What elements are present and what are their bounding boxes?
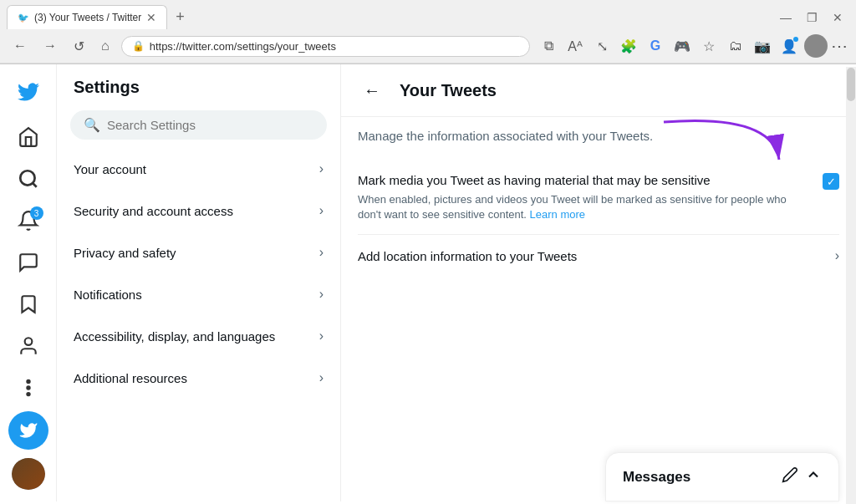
search-icon: 🔍 — [84, 117, 100, 133]
setting-label: Mark media you Tweet as having material … — [358, 171, 809, 189]
profile-avatar[interactable] — [804, 34, 828, 58]
url-display: https://twitter.com/settings/your_tweets — [150, 40, 336, 53]
search-input[interactable] — [107, 118, 313, 132]
messages-label: Messages — [623, 469, 690, 486]
search-box[interactable]: 🔍 — [70, 110, 327, 140]
nav-icons: ⧉ Aᴬ ⤡ 🧩 G 🎮 ☆ 🗂 📷 👤 ⋯ — [537, 34, 848, 58]
back-button[interactable]: ← — [8, 35, 32, 57]
chevron-right-icon: › — [319, 245, 324, 260]
address-bar[interactable]: 🔒 https://twitter.com/settings/your_twee… — [121, 36, 530, 57]
screenshot-icon[interactable]: 📷 — [751, 34, 774, 58]
content-body: Manage the information associated with y… — [341, 117, 856, 288]
nav-notifications-button[interactable]: 3 — [8, 201, 48, 240]
avatar-image — [12, 458, 45, 490]
back-page-button[interactable]: ← — [358, 76, 386, 104]
location-setting-row[interactable]: Add location information to your Tweets … — [358, 235, 839, 277]
close-window-button[interactable]: ✕ — [826, 9, 849, 26]
collections-icon[interactable]: 🗂 — [724, 34, 747, 58]
app-layout: 3 Settings 🔍 Your account › — [0, 64, 856, 501]
forward-button[interactable]: → — [38, 35, 62, 57]
chevron-right-icon: › — [319, 328, 324, 344]
chevron-right-icon: › — [319, 161, 324, 176]
tab-title: (3) Your Tweets / Twitter — [34, 12, 141, 23]
scrollbar-track[interactable] — [846, 67, 856, 504]
maximize-button[interactable]: ❐ — [800, 9, 824, 26]
setting-text: Mark media you Tweet as having material … — [358, 171, 809, 222]
reader-icon[interactable]: Aᴬ — [563, 34, 587, 58]
main-content: ← Your Tweets Manage the information ass… — [341, 64, 856, 501]
sidebar-item-label: Privacy and safety — [74, 246, 176, 260]
favorites-icon[interactable]: ☆ — [697, 34, 721, 58]
sidebar-item-additional[interactable]: Additional resources › — [57, 357, 340, 399]
setting-sublabel: When enabled, pictures and videos you Tw… — [358, 192, 809, 222]
chevron-right-icon: › — [835, 248, 839, 263]
chevron-right-icon: › — [319, 203, 324, 218]
sidebar-item-notifications[interactable]: Notifications › — [57, 273, 340, 315]
arrow-container: Mark media you Tweet as having material … — [358, 160, 839, 235]
nav-home-button[interactable] — [8, 118, 48, 156]
profile-extension-icon[interactable]: 👤 — [777, 34, 801, 58]
compose-button[interactable] — [8, 411, 48, 450]
nav-bar: ← → ↺ ⌂ 🔒 https://twitter.com/settings/y… — [0, 29, 856, 64]
browser-chrome: 🐦 (3) Your Tweets / Twitter ✕ + — ❐ ✕ ← … — [0, 0, 856, 64]
nav-messages-button[interactable] — [8, 243, 48, 282]
content-description: Manage the information associated with y… — [358, 129, 839, 143]
sidebar-item-label: Additional resources — [74, 371, 187, 385]
sidebar-item-accessibility[interactable]: Accessibility, display, and languages › — [57, 315, 340, 357]
new-tab-button[interactable]: + — [171, 7, 190, 28]
user-avatar-button[interactable] — [12, 458, 45, 490]
new-message-button[interactable] — [782, 466, 798, 487]
sensitive-media-checkbox[interactable]: ✓ — [823, 173, 839, 190]
nav-bookmarks-button[interactable] — [8, 285, 48, 323]
sidebar-item-label: Notifications — [74, 288, 142, 302]
window-controls: — ❐ ✕ — [773, 9, 849, 26]
svg-point-4 — [27, 387, 29, 389]
messages-widget: Messages — [605, 452, 839, 501]
svg-point-5 — [27, 393, 29, 395]
svg-point-2 — [24, 339, 32, 346]
chevron-right-icon: › — [319, 287, 324, 302]
close-tab-button[interactable]: ✕ — [146, 11, 156, 24]
extension-icon[interactable]: 🧩 — [617, 34, 640, 58]
nav-profile-button[interactable] — [8, 327, 48, 365]
svg-line-1 — [33, 183, 37, 187]
svg-point-0 — [20, 171, 34, 185]
active-tab[interactable]: 🐦 (3) Your Tweets / Twitter ✕ — [7, 5, 167, 29]
icon-nav: 3 — [0, 64, 57, 501]
learn-more-link[interactable]: Learn more — [530, 208, 585, 221]
sensitive-media-setting: Mark media you Tweet as having material … — [358, 160, 839, 235]
sidebar-item-label: Security and account access — [74, 204, 233, 218]
sidebar-item-your-account[interactable]: Your account › — [57, 148, 340, 190]
collapse-messages-button[interactable] — [805, 466, 822, 487]
game-icon[interactable]: 🎮 — [670, 34, 694, 58]
nav-explore-button[interactable] — [8, 160, 48, 198]
settings-title: Settings — [57, 64, 340, 105]
minimize-button[interactable]: — — [773, 9, 798, 26]
messages-actions — [782, 466, 822, 487]
home-button[interactable]: ⌂ — [96, 35, 115, 57]
sidebar-item-label: Your account — [74, 162, 146, 176]
tab-favicon: 🐦 — [18, 13, 29, 23]
content-header: ← Your Tweets — [341, 64, 856, 117]
nav-more-button[interactable] — [8, 369, 48, 407]
tab-bar: 🐦 (3) Your Tweets / Twitter ✕ + — ❐ ✕ — [0, 0, 856, 29]
twitter-logo-button[interactable] — [8, 73, 48, 111]
refresh-button[interactable]: ↺ — [69, 35, 89, 58]
g-icon[interactable]: G — [644, 34, 667, 58]
notification-badge: 3 — [30, 206, 43, 220]
sidebar-item-label: Accessibility, display, and languages — [74, 329, 275, 344]
scrollbar-thumb[interactable] — [847, 68, 855, 101]
split-screen-icon[interactable]: ⧉ — [537, 34, 560, 58]
chevron-right-icon: › — [319, 370, 324, 385]
svg-point-3 — [27, 380, 29, 383]
page-title: Your Tweets — [400, 81, 497, 100]
sidebar-item-privacy[interactable]: Privacy and safety › — [57, 232, 340, 273]
browser-more-button[interactable]: ⋯ — [831, 36, 848, 56]
lock-icon: 🔒 — [132, 40, 145, 52]
browser-feature-icon[interactable]: ⤡ — [590, 34, 614, 58]
location-label: Add location information to your Tweets — [358, 249, 577, 263]
sidebar-item-security[interactable]: Security and account access › — [57, 190, 340, 232]
settings-sidebar: Settings 🔍 Your account › Security and a… — [57, 64, 341, 501]
